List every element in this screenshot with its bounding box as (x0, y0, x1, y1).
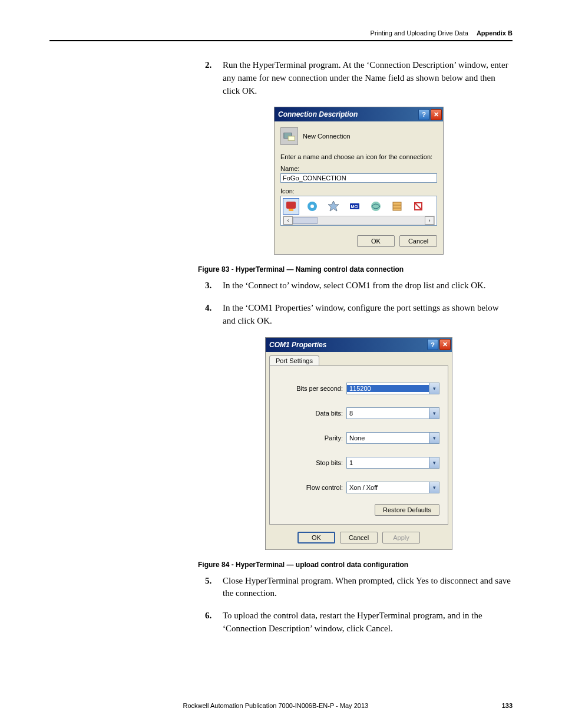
scroll-left-icon[interactable]: ‹ (283, 216, 293, 225)
step-5-number: 5. (205, 575, 211, 588)
dialog2-titlebar[interactable]: COM1 Properties ? ✕ (266, 338, 452, 352)
port-settings-pane: Bits per second: 115200 ▾ Data bits: 8 ▾ (269, 365, 448, 525)
step-6-number: 6. (205, 610, 211, 622)
dialog1-instruction: Enter a name and choose an icon for the … (280, 153, 437, 160)
chevron-down-icon[interactable]: ▾ (429, 383, 439, 394)
header-section: Printing and Uploading Drive Data (371, 29, 468, 37)
name-label: Name: (280, 165, 437, 172)
page-footer: Rockwell Automation Publication 7000-IN0… (49, 702, 513, 709)
page-header: Printing and Uploading Drive Data Append… (49, 29, 513, 37)
icon-option-3[interactable] (325, 198, 342, 215)
bps-label: Bits per second: (278, 385, 346, 392)
cancel-button-2[interactable]: Cancel (340, 532, 378, 543)
connection-description-dialog: Connection Description ? ✕ New Connectio… (274, 107, 444, 255)
svg-rect-2 (286, 202, 296, 209)
dialog1-title: Connection Description (278, 110, 417, 118)
help-icon: ? (422, 111, 426, 118)
svg-point-5 (310, 205, 314, 208)
figure-83-caption: Figure 83 - HyperTerminal — Naming contr… (198, 265, 513, 274)
ok-button[interactable]: OK (357, 235, 395, 247)
new-connection-label: New Connection (303, 133, 351, 140)
icon-scrollbar[interactable]: ‹ › (283, 216, 435, 225)
help-button[interactable]: ? (418, 109, 429, 120)
footer-publication: Rockwell Automation Publication 7000-IN0… (49, 702, 502, 709)
scroll-right-icon[interactable]: › (425, 216, 434, 225)
step-3-number: 3. (205, 279, 211, 292)
flow-combo[interactable]: Xon / Xoff ▾ (346, 482, 439, 493)
step-2: 2. Run the HyperTerminal program. At the… (205, 59, 513, 97)
step-2-number: 2. (205, 59, 211, 72)
step-3: 3. In the ‘Connect to’ window, select CO… (205, 279, 513, 292)
step-4-text: In the ‘COM1 Properties’ window, configu… (223, 303, 499, 325)
step-6: 6. To upload the control data, restart t… (205, 610, 513, 635)
connection-icon (280, 127, 298, 145)
cancel-button[interactable]: Cancel (399, 235, 437, 247)
header-rule (49, 40, 513, 41)
bps-combo[interactable]: 115200 ▾ (346, 383, 439, 394)
svg-point-9 (371, 202, 381, 211)
step-2-text: Run the HyperTerminal program. At the ‘C… (223, 60, 508, 95)
svg-rect-1 (288, 136, 295, 140)
icon-option-5[interactable] (368, 198, 384, 215)
icon-option-4[interactable]: MCI (346, 198, 363, 215)
stopbits-label: Stop bits: (278, 459, 346, 466)
svg-line-14 (415, 203, 422, 210)
databits-value: 8 (347, 410, 429, 417)
figure-84-caption: Figure 84 - HyperTerminal — upload contr… (198, 561, 513, 569)
chevron-down-icon[interactable]: ▾ (429, 408, 439, 419)
bps-value: 115200 (347, 385, 429, 392)
apply-button[interactable]: Apply (382, 532, 420, 543)
step-5: 5. Close HyperTerminal program. When pro… (205, 575, 513, 601)
icon-option-7[interactable] (410, 198, 427, 215)
dialog1-titlebar[interactable]: Connection Description ? ✕ (275, 107, 443, 121)
svg-marker-6 (328, 201, 339, 211)
dialog2-title: COM1 Properties (269, 341, 426, 349)
parity-value: None (347, 434, 429, 442)
flow-label: Flow control: (278, 484, 346, 491)
com1-properties-dialog: COM1 Properties ? ✕ Port Settings Bits p… (265, 337, 452, 550)
databits-label: Data bits: (278, 410, 346, 417)
parity-combo[interactable]: None ▾ (346, 432, 439, 444)
databits-combo[interactable]: 8 ▾ (346, 407, 439, 419)
close-icon-2: ✕ (442, 341, 448, 348)
name-input[interactable] (280, 173, 437, 183)
chevron-down-icon[interactable]: ▾ (429, 482, 439, 493)
step-6-text: To upload the control data, restart the … (223, 611, 482, 633)
footer-page-number: 133 (502, 702, 513, 709)
flow-value: Xon / Xoff (347, 484, 429, 491)
icon-option-2[interactable] (304, 198, 320, 215)
ok-button-2[interactable]: OK (297, 532, 335, 543)
help-button-2[interactable]: ? (427, 339, 438, 350)
step-4: 4. In the ‘COM1 Properties’ window, conf… (205, 302, 513, 328)
chevron-down-icon[interactable]: ▾ (429, 457, 439, 468)
tab-port-settings[interactable]: Port Settings (269, 355, 319, 365)
icon-option-6[interactable] (389, 198, 405, 215)
header-appendix: Appendix B (477, 29, 513, 37)
svg-rect-10 (393, 202, 401, 210)
scroll-thumb[interactable] (293, 217, 318, 224)
restore-defaults-button[interactable]: Restore Defaults (375, 504, 439, 516)
parity-label: Parity: (278, 434, 346, 442)
close-icon: ✕ (434, 111, 439, 118)
svg-text:MCI: MCI (351, 205, 359, 209)
stopbits-combo[interactable]: 1 ▾ (346, 457, 439, 469)
help-icon-2: ? (431, 341, 435, 348)
close-button-2[interactable]: ✕ (439, 339, 451, 350)
icon-label: Icon: (280, 187, 437, 195)
icon-chooser[interactable]: MCI ‹ › (280, 196, 437, 226)
step-3-text: In the ‘Connect to’ window, select COM1 … (223, 281, 486, 290)
stopbits-value: 1 (347, 459, 429, 466)
chevron-down-icon[interactable]: ▾ (429, 433, 439, 443)
step-4-number: 4. (205, 302, 211, 315)
icon-option-1[interactable] (283, 198, 299, 215)
step-5-text: Close HyperTerminal program. When prompt… (223, 576, 511, 598)
close-button[interactable]: ✕ (431, 109, 442, 120)
svg-rect-3 (289, 209, 293, 211)
